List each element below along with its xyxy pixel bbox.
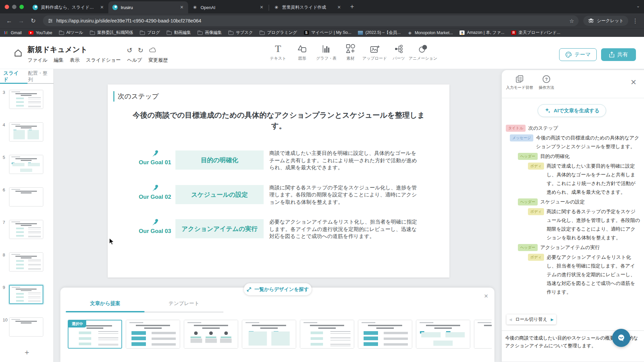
browse-designs-button[interactable]: 一覧からデザインを探す <box>244 283 312 295</box>
support-chat-button[interactable] <box>612 329 630 347</box>
arrow-left-icon[interactable]: ◀ <box>509 317 512 322</box>
bookmark-item[interactable]: Amazon | 本, ファ... <box>460 30 504 36</box>
bookmark-item[interactable]: Gmail <box>3 31 22 35</box>
bookmark-item[interactable]: (2022.5) –【会員... <box>358 30 400 36</box>
window-controls[interactable] <box>0 0 29 13</box>
tool-animation[interactable]: アニメーション <box>413 42 433 61</box>
slide-thumbnail[interactable] <box>9 122 43 141</box>
menu-help[interactable]: ヘルプ <box>127 57 142 63</box>
outline-text[interactable]: 商談に関する各ステップの予定をスケジュール化し、進捗を管理します。各段階の期限を… <box>547 207 640 242</box>
address-bar[interactable]: https://app.irusiru.jp/slide/ee39e7f1-c9… <box>43 15 579 26</box>
input-mode-toggle-button[interactable]: 入力モード切替 <box>504 75 535 90</box>
close-tab-icon[interactable]: ✕ <box>336 4 342 10</box>
template-thumbnail[interactable]: 選択中 <box>68 320 122 349</box>
redo-icon[interactable]: ↻ <box>138 46 144 54</box>
tool-upload[interactable]: アップロード <box>365 42 384 61</box>
goal-row[interactable]: Our Goal 02 スケジュールの設定 商談に関する各ステップの予定をスケジ… <box>108 185 449 204</box>
add-slide-button[interactable]: ＋ <box>0 347 54 357</box>
tool-text[interactable]: T テキスト <box>268 42 288 61</box>
chevron-down-icon[interactable]: ⌄ <box>636 3 640 8</box>
outline-row[interactable]: タイトル 次のステップ <box>506 124 640 132</box>
slide-thumbnail[interactable] <box>9 155 43 174</box>
outline-row[interactable]: ボディ 商談で達成したい主要目的を明確に設定し、具体的なゴールをチームと共有しま… <box>528 162 640 196</box>
minimize-window-button[interactable] <box>12 5 16 9</box>
template-thumbnail[interactable]: 選択中 <box>358 320 412 349</box>
bookmark-item[interactable]: サブスク <box>228 30 253 36</box>
tab-slides[interactable]: スライド <box>3 70 22 83</box>
slide-thumbnail[interactable] <box>9 252 43 272</box>
close-tab-icon[interactable]: ✕ <box>259 4 265 10</box>
slide-thumbnail-item[interactable]: 4 <box>0 122 53 141</box>
reload-button[interactable]: ↻ <box>28 16 38 26</box>
zoom-window-button[interactable] <box>19 5 24 9</box>
generate-with-ai-button[interactable]: AIで文章を生成する <box>538 104 606 117</box>
outline-text[interactable]: 目的の明確化 <box>540 152 640 161</box>
help-button[interactable]: ? 操作方法 <box>535 75 558 90</box>
slide-thumbnail-item[interactable]: 7 <box>0 220 53 239</box>
tool-parts[interactable]: パーツ <box>389 42 409 61</box>
slide-heading[interactable]: 今後の商談での目標達成のための具体的なアクションプランとスケジュールを整理します… <box>128 110 430 131</box>
tool-shape[interactable]: 図形 <box>292 42 312 61</box>
document-title[interactable]: 新規ドキュメント <box>28 45 88 55</box>
bookmark-item[interactable]: 業務委託_転職関係 <box>90 30 133 36</box>
outline-row[interactable]: ボディ 商談に関する各ステップの予定をスケジュール化し、進捗を管理します。各段階… <box>528 207 640 242</box>
outline-row[interactable]: ヘッダー スケジュールの設定 <box>518 197 640 206</box>
slide-title[interactable]: 次のステップ <box>113 91 159 102</box>
slide-thumbnail-item[interactable]: 8 <box>0 252 53 271</box>
close-ai-panel-icon[interactable]: ✕ <box>631 78 637 87</box>
menu-slideshow[interactable]: スライドショー <box>86 57 121 63</box>
url-text[interactable]: https://app.irusiru.jp/slide/ee39e7f1-c9… <box>56 18 566 23</box>
new-tab-button[interactable]: ＋ <box>349 2 355 11</box>
template-thumbnail[interactable]: 選択中 <box>184 320 238 349</box>
slide-thumbnail-item[interactable]: 9 <box>0 285 53 304</box>
menu-edit[interactable]: 編集 <box>54 57 63 63</box>
bookmark-item[interactable]: YouTube <box>29 31 52 35</box>
share-button[interactable]: 共有 <box>601 48 636 61</box>
tool-chart[interactable]: グラフ・表 <box>317 42 336 61</box>
slide-thumbnail-item[interactable]: 3 <box>0 90 53 109</box>
menu-file[interactable]: ファイル <box>28 57 47 63</box>
goal-row[interactable]: Our Goal 03 アクションアイテムの実行 必要なアクションアイテムをリス… <box>108 219 449 238</box>
forward-button[interactable]: → <box>16 16 26 26</box>
outline-row[interactable]: ボディ 必要なアクションアイテムをリスト化し、担当者を明確に指定します。各アイテ… <box>528 253 640 296</box>
bookmark-item[interactable]: マイページ | My So... <box>304 30 352 36</box>
arrow-right-icon[interactable]: ▶ <box>551 317 553 322</box>
theme-button[interactable]: テーマ <box>559 48 597 61</box>
outline-row[interactable]: メッセージ 今後の商談での目標達成のための具体的なアクションプランとスケジュール… <box>510 133 640 151</box>
browser-tab-1[interactable]: 資料作成なら、スライド生成AI ✕ <box>29 1 108 13</box>
bookmark-item[interactable]: AIツール <box>59 30 83 36</box>
outline-text[interactable]: スケジュールの設定 <box>540 197 640 206</box>
current-slide[interactable]: 次のステップ 今後の商談での目標達成のための具体的なアクションプランとスケジュー… <box>108 84 449 278</box>
tab-from-text[interactable]: 文章から提案 <box>66 300 145 311</box>
template-thumbnail[interactable]: 選択中 <box>126 320 180 349</box>
template-thumbnail[interactable]: 選択中 <box>242 320 296 349</box>
menu-history[interactable]: 変更履歴 <box>148 57 168 63</box>
slide-thumbnail[interactable] <box>9 317 43 337</box>
outline-row[interactable]: ヘッダー 目的の明確化 <box>518 152 640 161</box>
slide-thumbnail[interactable] <box>9 220 43 239</box>
template-thumbnail[interactable]: 選択中 <box>474 320 492 349</box>
outline-text[interactable]: 今後の商談での目標達成のための具体的なアクションプランとスケジュールを整理します… <box>536 133 640 151</box>
slide-thumbnail[interactable] <box>9 90 43 109</box>
slide-thumbnail-item[interactable]: 10 <box>0 317 53 336</box>
bookmark-item[interactable]: ブログ <box>140 30 160 36</box>
outline-text[interactable]: 次のステップ <box>528 124 640 132</box>
browser-tab-4[interactable]: ✳ 営業資料スライド作成 ✕ <box>270 1 345 13</box>
role-switch-button[interactable]: ◀ ロール切り替え ▶ <box>506 314 556 324</box>
tool-asset[interactable]: 素材 <box>341 42 360 61</box>
template-thumbnail[interactable]: 選択中 <box>300 320 354 349</box>
bookmark-item[interactable]: 楽天ブロードバンド... <box>511 30 560 36</box>
outline-text[interactable]: アクションアイテムの実行 <box>540 243 640 252</box>
browser-tab-3[interactable]: ✳ OpenAI ✕ <box>188 1 268 13</box>
browser-tab-2-active[interactable]: Irusiru ✕ <box>108 1 188 13</box>
undo-icon[interactable]: ↺ <box>127 46 132 54</box>
menu-view[interactable]: 表示 <box>70 57 79 63</box>
close-panel-icon[interactable]: ✕ <box>484 293 488 299</box>
close-tab-icon[interactable]: ✕ <box>179 4 185 10</box>
home-icon[interactable] <box>13 48 23 58</box>
bookmark-item[interactable]: 画像編集 <box>198 30 222 36</box>
close-window-button[interactable] <box>5 5 9 9</box>
close-tab-icon[interactable]: ✕ <box>99 4 105 10</box>
slide-thumbnail[interactable] <box>9 285 43 304</box>
tab-templates[interactable]: テンプレート <box>145 300 223 311</box>
